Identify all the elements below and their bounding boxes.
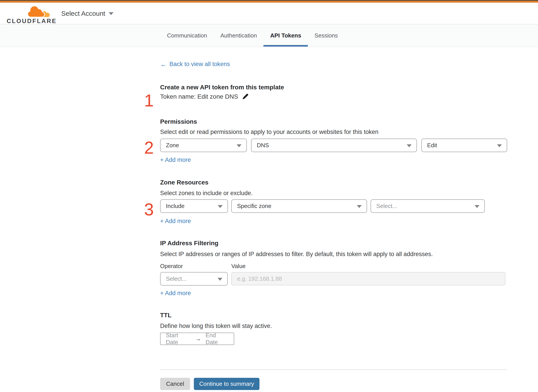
zone-scope-value: Specific zone <box>237 203 271 210</box>
permission-scope-select[interactable]: Zone <box>160 139 247 152</box>
ttl-date-range-picker[interactable]: Start Date → End Date <box>160 333 234 345</box>
operator-label: Operator <box>160 263 183 270</box>
footer-divider <box>160 369 507 370</box>
ip-filtering-add-more-link[interactable]: + Add more <box>160 290 191 297</box>
zone-picker-select[interactable]: Select... <box>370 199 485 213</box>
permission-access-value: Edit <box>427 142 437 149</box>
token-name-text: Token name: Edit zone DNS <box>160 93 238 100</box>
create-token-heading: Create a new API token from this templat… <box>160 84 284 91</box>
step-number-3: 3 <box>144 203 154 215</box>
zone-scope-select[interactable]: Specific zone <box>231 199 367 213</box>
account-selector-label: Select Account <box>61 10 105 17</box>
ttl-heading: TTL <box>160 312 171 319</box>
chevron-down-icon <box>218 205 223 208</box>
token-name-line: Token name: Edit zone DNS <box>160 93 249 100</box>
zone-include-select[interactable]: Include <box>160 199 228 213</box>
account-selector[interactable]: Select Account <box>61 3 113 24</box>
permission-resource-select[interactable]: DNS <box>251 139 417 152</box>
cancel-button[interactable]: Cancel <box>160 378 190 390</box>
ip-operator-select[interactable]: Select... <box>160 272 228 285</box>
cloudflare-api-token-page: CLOUDFLARE Select Account Communication … <box>0 0 538 392</box>
ttl-subtitle: Define how long this token will stay act… <box>160 323 272 330</box>
tab-authentication[interactable]: Authentication <box>214 24 264 47</box>
start-date-placeholder: Start Date <box>166 332 191 346</box>
ip-filtering-subtitle: Select IP addresses or ranges of IP addr… <box>160 251 433 258</box>
zone-resources-subtitle: Select zones to include or exclude. <box>160 190 253 197</box>
permissions-add-more-link[interactable]: + Add more <box>160 157 191 163</box>
tab-communication[interactable]: Communication <box>160 24 214 47</box>
end-date-placeholder: End Date <box>206 332 228 346</box>
page-header: CLOUDFLARE Select Account <box>0 3 538 24</box>
permissions-heading: Permissions <box>160 118 197 125</box>
ip-filtering-heading: IP Address Filtering <box>160 240 218 247</box>
chevron-down-icon <box>407 144 412 147</box>
step-number-2: 2 <box>144 141 154 154</box>
back-link-label: Back to view all tokens <box>169 61 230 68</box>
chevron-down-icon <box>218 278 222 281</box>
permission-access-select[interactable]: Edit <box>421 139 507 152</box>
right-arrow-icon: → <box>195 335 201 342</box>
step-number-1: 1 <box>144 94 154 107</box>
chevron-down-icon <box>109 12 113 15</box>
zone-resources-add-more-link[interactable]: + Add more <box>160 218 191 225</box>
permissions-subtitle: Select edit or read permissions to apply… <box>160 129 379 135</box>
tab-list: Communication Authentication API Tokens … <box>160 24 345 47</box>
top-orange-accent-bar <box>0 1 538 3</box>
permission-scope-value: Zone <box>166 142 179 149</box>
zone-resources-heading: Zone Resources <box>160 179 208 186</box>
continue-to-summary-button[interactable]: Continue to summary <box>194 378 259 390</box>
permission-resource-value: DNS <box>257 142 269 149</box>
cloudflare-logo-text: CLOUDFLARE <box>7 18 57 25</box>
ip-value-input[interactable] <box>231 272 505 285</box>
back-arrow-icon: ← <box>160 61 167 68</box>
chevron-down-icon <box>475 205 479 208</box>
back-to-tokens-link[interactable]: ← Back to view all tokens <box>160 61 230 68</box>
zone-include-value: Include <box>166 203 184 210</box>
ip-operator-placeholder: Select... <box>166 275 187 282</box>
edit-pencil-icon[interactable] <box>242 93 249 100</box>
value-label: Value <box>231 263 246 270</box>
tab-sessions[interactable]: Sessions <box>308 24 345 47</box>
chevron-down-icon <box>497 144 502 147</box>
cloudflare-cloud-icon <box>27 6 50 19</box>
tab-strip: Communication Authentication API Tokens … <box>0 24 538 47</box>
cloudflare-logo[interactable]: CLOUDFLARE <box>7 4 50 24</box>
tab-api-tokens[interactable]: API Tokens <box>263 24 308 47</box>
chevron-down-icon <box>237 144 242 147</box>
chevron-down-icon <box>357 205 362 208</box>
zone-picker-placeholder: Select... <box>376 203 397 210</box>
